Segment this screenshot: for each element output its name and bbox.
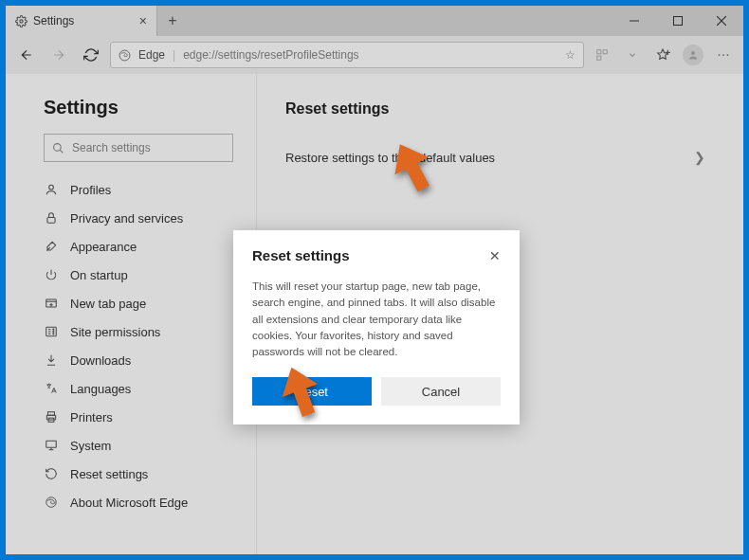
annotation-arrow	[389, 139, 436, 196]
annotation-arrow	[277, 364, 324, 421]
cancel-button[interactable]: Cancel	[381, 377, 501, 406]
dialog-body: This will reset your startup page, new t…	[252, 279, 501, 360]
dialog-title: Reset settings	[252, 247, 350, 263]
dialog-close-icon[interactable]: ✕	[489, 248, 501, 263]
